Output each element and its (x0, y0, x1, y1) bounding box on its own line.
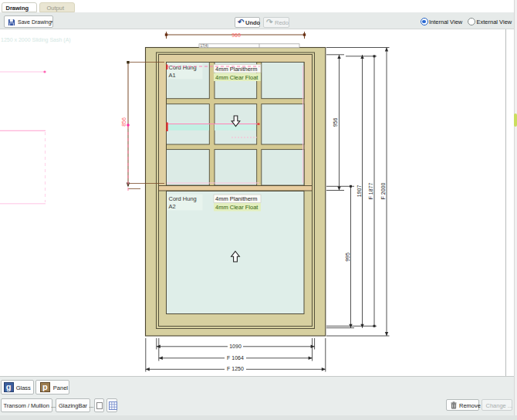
svg-text:A2: A2 (169, 203, 176, 210)
svg-text:956: 956 (333, 118, 338, 127)
svg-text:4mm Clear Float: 4mm Clear Float (215, 204, 258, 211)
svg-text:1250 x 2000 Sliding Sash (A): 1250 x 2000 Sliding Sash (A) (1, 37, 71, 43)
svg-text:856: 856 (121, 117, 127, 127)
svg-text:F 1064: F 1064 (227, 355, 244, 361)
svg-text:F 1877: F 1877 (368, 182, 373, 199)
svg-text:960: 960 (231, 32, 241, 38)
svg-text:17(4): 17(4) (201, 44, 209, 48)
svg-text:F 2000: F 2000 (380, 182, 386, 199)
svg-text:Cord Hung: Cord Hung (169, 195, 197, 202)
svg-text:4mm Planitherm: 4mm Planitherm (215, 195, 258, 202)
svg-text:Cord Hung: Cord Hung (169, 64, 197, 71)
svg-text:F 1250: F 1250 (227, 366, 244, 371)
svg-text:1090: 1090 (229, 344, 242, 349)
svg-text:4mm Clear Float: 4mm Clear Float (215, 74, 258, 81)
svg-text:1907: 1907 (356, 185, 362, 198)
svg-text:995: 995 (345, 252, 350, 262)
svg-text:A1: A1 (169, 72, 176, 79)
